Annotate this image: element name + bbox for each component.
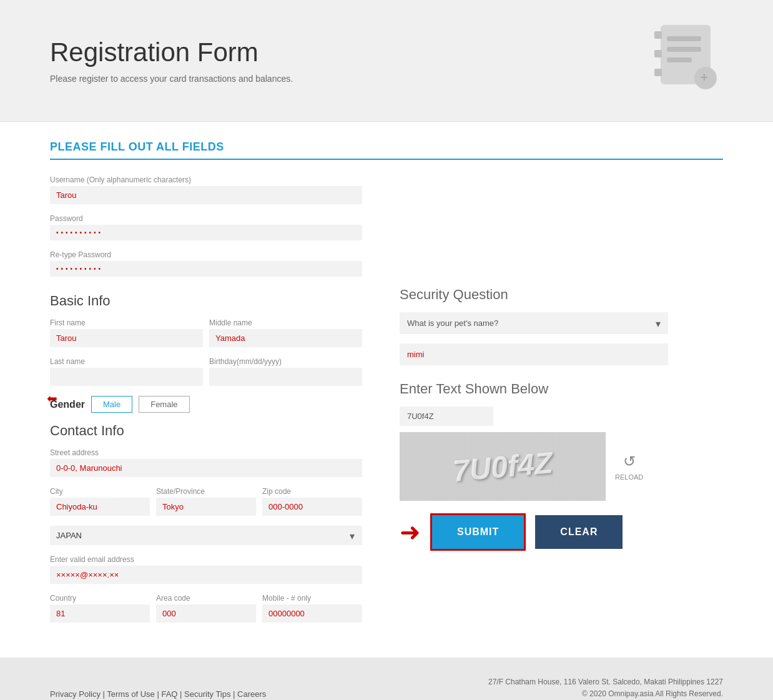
security-question-select[interactable]: What is your pet's name? [400, 312, 668, 334]
mobile-group: Mobile - # only [262, 594, 362, 623]
first-name-group: First name [50, 318, 203, 347]
username-input[interactable] [50, 186, 362, 204]
captcha-image-area: 7U0f4Z ↺ RELOAD [400, 432, 668, 501]
username-field-group: Username (Only alphanumeric characters) [50, 175, 362, 204]
street-address-group: Street address [50, 448, 362, 477]
middle-name-input[interactable] [209, 329, 362, 347]
security-answer-input[interactable] [400, 343, 668, 365]
area-code-group: Area code [156, 594, 256, 623]
city-label: City [50, 487, 150, 496]
captcha-image: 7U0f4Z [400, 432, 606, 501]
last-name-input[interactable] [50, 368, 203, 386]
first-name-input[interactable] [50, 329, 203, 347]
captcha-title: Enter Text Shown Below [400, 381, 668, 397]
main-content: PLEASE FILL OUT ALL FIELDS Username (Onl… [0, 122, 773, 658]
form-layout: Basic Info First name Middle name Last n… [50, 287, 723, 633]
reload-icon: ↺ [623, 453, 636, 470]
retype-password-field-group: Re-type Password [50, 250, 362, 277]
footer-right: 27/F Chatham House, 116 Valero St. Salce… [488, 676, 723, 700]
state-input[interactable] [156, 498, 256, 516]
female-button[interactable]: Female [139, 396, 189, 413]
birthday-label: Birthday(mm/dd/yyyy) [209, 357, 362, 366]
street-address-label: Street address [50, 448, 362, 457]
country-code-label: Country [50, 594, 150, 603]
svg-text:+: + [701, 71, 708, 84]
header-subtitle: Please register to access your card tran… [50, 74, 293, 84]
last-name-group: Last name [50, 357, 203, 386]
notebook-icon: + [648, 19, 723, 102]
password-field-group: Password [50, 214, 362, 240]
male-button[interactable]: Male [91, 396, 132, 413]
clear-button[interactable]: CLEAR [535, 515, 623, 549]
security-question-title: Security Question [400, 287, 668, 303]
form-right: Security Question What is your pet's nam… [400, 287, 668, 633]
buttons-row: ➜ SUBMIT CLEAR [400, 513, 668, 551]
email-group: Enter valid email address [50, 555, 362, 584]
footer-copyright: © 2020 Omnipay.asia All Rights Reserved. [488, 688, 723, 700]
username-label: Username (Only alphanumeric characters) [50, 175, 362, 184]
password-label: Password [50, 214, 362, 223]
header-banner: Registration Form Please register to acc… [0, 0, 773, 122]
password-input[interactable] [50, 225, 362, 240]
zip-group: Zip code [262, 487, 362, 516]
birthday-group: Birthday(mm/dd/yyyy) [209, 357, 362, 386]
footer-address: 27/F Chatham House, 116 Valero St. Salce… [488, 676, 723, 688]
captcha-input[interactable] [400, 407, 493, 426]
svg-rect-6 [654, 31, 662, 39]
zip-label: Zip code [262, 487, 362, 496]
first-name-label: First name [50, 318, 203, 327]
email-input[interactable] [50, 566, 362, 584]
svg-rect-1 [667, 36, 701, 41]
email-label: Enter valid email address [50, 555, 362, 564]
last-name-label: Last name [50, 357, 203, 366]
state-label: State/Province [156, 487, 256, 496]
area-code-input[interactable] [156, 604, 256, 623]
zip-input[interactable] [262, 498, 362, 516]
country-code-group: Country [50, 594, 150, 623]
country-dropdown-wrapper: JAPAN [50, 526, 362, 545]
city-input[interactable] [50, 498, 150, 516]
middle-name-label: Middle name [209, 318, 362, 327]
form-left: Basic Info First name Middle name Last n… [50, 287, 362, 633]
mobile-label: Mobile - # only [262, 594, 362, 603]
security-question-wrapper: What is your pet's name? [400, 312, 668, 334]
state-group: State/Province [156, 487, 256, 516]
submit-button[interactable]: SUBMIT [430, 513, 526, 551]
country-code-input[interactable] [50, 604, 150, 623]
footer: Privacy Policy | Terms of Use | FAQ | Se… [0, 658, 773, 700]
contact-info-title: Contact Info [50, 423, 362, 439]
birthday-input[interactable] [209, 368, 362, 386]
basic-info-title: Basic Info [50, 293, 362, 309]
svg-rect-2 [667, 47, 701, 52]
mobile-input[interactable] [262, 604, 362, 623]
city-group: City [50, 487, 150, 516]
header-text: Registration Form Please register to acc… [50, 37, 293, 84]
svg-rect-7 [654, 50, 662, 57]
gender-row: ⬅ Gender Male Female [50, 396, 362, 413]
svg-rect-8 [654, 69, 662, 76]
retype-password-label: Re-type Password [50, 250, 362, 259]
street-address-input[interactable] [50, 459, 362, 477]
submit-arrow-icon: ➜ [400, 518, 421, 546]
city-state-zip-row: City State/Province Zip code [50, 487, 362, 526]
page-title: Registration Form [50, 37, 293, 67]
middle-name-group: Middle name [209, 318, 362, 347]
arrow-icon: ⬅ [47, 392, 57, 405]
lastname-birthday-row: Last name Birthday(mm/dd/yyyy) [50, 357, 362, 396]
arrow-indicator: ⬅ [47, 391, 57, 406]
name-row: First name Middle name [50, 318, 362, 357]
reload-label: RELOAD [615, 473, 643, 481]
reload-button[interactable]: ↺ RELOAD [615, 453, 643, 481]
section-title: PLEASE FILL OUT ALL FIELDS [50, 140, 723, 160]
svg-rect-3 [667, 57, 692, 62]
retype-password-input[interactable] [50, 261, 362, 277]
area-code-label: Area code [156, 594, 256, 603]
country-dropdown[interactable]: JAPAN [50, 526, 362, 545]
footer-links: Privacy Policy | Terms of Use | FAQ | Se… [50, 689, 266, 699]
phone-row: Country Area code Mobile - # only [50, 594, 362, 633]
